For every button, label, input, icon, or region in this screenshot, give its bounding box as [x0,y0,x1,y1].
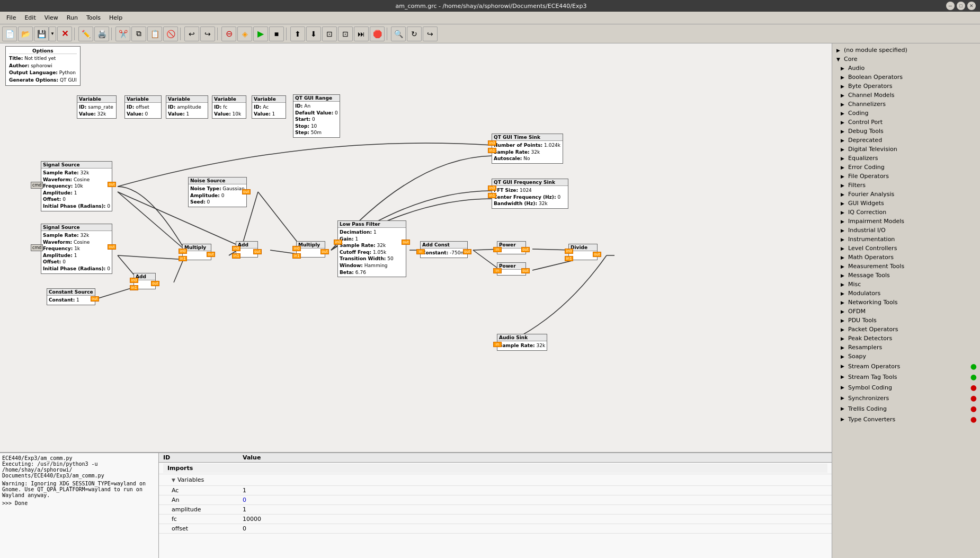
copy-button[interactable]: ⧉ [131,26,146,41]
menu-file[interactable]: File [2,13,20,22]
sidebar-item-math-operators[interactable]: Math Operators [832,253,980,262]
redirect-button[interactable]: ↪ [423,26,438,41]
sidebar-item-resamplers[interactable]: Resamplers [832,343,980,352]
sidebar-item-trellis-coding[interactable]: Trellis Coding ● [832,403,980,414]
cut-button[interactable]: ✂️ [115,26,130,41]
block-signal-source-1[interactable]: cmd Signal Source Sample Rate: 32k Wavef… [41,161,112,211]
new-button[interactable]: 📄 [2,26,17,41]
audio-sink-in[interactable]: in [493,342,502,347]
block-noise-source[interactable]: Noise Source Noise Type: Gaussian Amplit… [188,177,247,207]
sidebar-item-soapy[interactable]: Soapy [832,352,980,361]
freq-sink-in0[interactable]: in0 [488,185,496,191]
delete-button[interactable]: 🚫 [163,26,178,41]
block-multiply-2[interactable]: Multiply in0 in1 out [296,241,325,258]
noise-source-out[interactable]: out [242,189,251,194]
bypass-button[interactable]: ◈ [237,26,252,41]
sidebar-item-error-coding[interactable]: Error Coding [832,163,980,172]
undo-button[interactable]: ↩ [184,26,199,41]
sidebar-item-file-operators[interactable]: File Operators [832,172,980,181]
block-divide[interactable]: Divide in0 in1 out [568,244,598,260]
block-add-2[interactable]: Add in0 in1 out [133,273,156,289]
sidebar-item-modulators[interactable]: Modulators [832,289,980,298]
sidebar-item-symbol-coding[interactable]: Symbol Coding ● [832,382,980,393]
block-signal-source-2[interactable]: cmd Signal Source Sample Rate: 32k Wavef… [41,224,112,274]
sidebar-item-stream-tag-tools[interactable]: Stream Tag Tools ● [832,371,980,382]
sidebar-item-control-port[interactable]: Control Port [832,118,980,127]
multiply-1-out[interactable]: out [207,252,215,257]
block-var-Ac[interactable]: Variable ID: Ac Value: 1 [252,95,286,119]
add-const-in[interactable]: in [416,249,425,254]
sidebar-item-channel-models[interactable]: Channel Models [832,91,980,100]
block-multiply-1[interactable]: Multiply in0 in1 out [182,244,211,260]
close-button[interactable]: ✕ [967,2,976,10]
sidebar-item-filters[interactable]: Filters [832,181,980,190]
kill-button[interactable]: ✕ [57,26,72,41]
sidebar-item-measurement-tools[interactable]: Measurement Tools [832,262,980,271]
multiply-2-out[interactable]: out [320,249,329,254]
add-const-out[interactable]: out [463,249,471,254]
sidebar-item-misc[interactable]: Misc [832,280,980,289]
sidebar-item-impairment-models[interactable]: Impairment Models [832,217,980,226]
block-var-fc[interactable]: Variable ID: fc Value: 10k [212,95,246,119]
multiply-1-in1[interactable]: in1 [179,256,187,261]
multiply-1-in0[interactable]: in0 [179,249,187,254]
menu-help[interactable]: Help [105,13,127,22]
sidebar-item-boolean-operators[interactable]: Boolean Operators [832,73,980,82]
sidebar-item-channelizers[interactable]: Channelizers [832,100,980,109]
sidebar-item-pdu-tools[interactable]: PDU Tools [832,316,980,325]
redo-button[interactable]: ↪ [200,26,215,41]
block-var-samp-rate[interactable]: Variable ID: samp_rate Value: 32k [77,95,117,119]
block-var-amplitude[interactable]: Variable ID: amplitude Value: 1 [166,95,208,119]
sidebar-item-equalizers[interactable]: Equalizers [832,154,980,163]
print-button[interactable]: 🖨️ [94,26,109,41]
down-block-button[interactable]: ⬇ [306,26,321,41]
sidebar-item-instrumentation[interactable]: Instrumentation [832,235,980,244]
disable-button[interactable]: ⊖ [221,26,236,41]
refresh-button[interactable]: ↻ [407,26,422,41]
block-audio-sink[interactable]: Audio Sink Sample Rate: 32k in [497,334,547,351]
block-power-1[interactable]: Power in out [497,241,526,254]
multiply-2-in1[interactable]: in1 [292,253,301,259]
block-var-offset[interactable]: Variable ID: offset Value: 0 [124,95,162,119]
block-qt-gui-time-sink[interactable]: QT GUI Time Sink Number of Points: 1.024… [492,134,563,164]
kill2-button[interactable]: 🛑 [370,26,385,41]
menu-view[interactable]: View [40,13,63,22]
block-add-const[interactable]: Add Const Constant: -750m in out [420,241,468,258]
sidebar-item-deprecated[interactable]: Deprecated [832,136,980,145]
block-add-1[interactable]: Add in0 in1 out [236,241,258,258]
var-row-offset[interactable]: offset 0 [159,524,832,534]
open-button[interactable]: 📂 [18,26,33,41]
multiply-2-in0[interactable]: in0 [292,246,301,251]
up-block-button[interactable]: ⬆ [290,26,305,41]
add-1-in0[interactable]: in0 [232,246,240,251]
sidebar-item-type-converters[interactable]: Type Converters ● [832,414,980,424]
time-sink-in0[interactable]: in0 [488,140,496,146]
sidebar-item-networking-tools[interactable]: Networking Tools [832,298,980,307]
var-row-amplitude[interactable]: amplitude 1 [159,505,832,515]
block-low-pass-filter[interactable]: Low Pass Filter Decimation: 1 Gain: 1 Sa… [337,220,406,277]
properties-button[interactable]: ✏️ [78,26,93,41]
sidebar-core[interactable]: Core [832,55,980,64]
signal-source-1-out[interactable]: out [108,182,116,187]
freq-sink-in1[interactable]: in1 [488,193,496,198]
menu-tools[interactable]: Tools [82,13,105,22]
sidebar-item-peak-detectors[interactable]: Peak Detectors [832,334,980,343]
sidebar-item-gui-widgets[interactable]: GUI Widgets [832,199,980,208]
sidebar-item-industrial-io[interactable]: Industrial I/O [832,226,980,235]
align-left-button[interactable]: ⊡ [322,26,337,41]
sidebar-item-iq-correction[interactable]: IQ Correction [832,208,980,217]
find-button[interactable]: 🔍 [391,26,406,41]
minimize-button[interactable]: ─ [946,2,955,10]
power-2-out[interactable]: out [521,268,530,273]
lpf-out[interactable]: out [402,240,410,245]
sidebar-item-digital-television[interactable]: Digital Television [832,145,980,154]
save-dropdown[interactable]: ▼ [49,26,56,41]
sidebar-item-message-tools[interactable]: Message Tools [832,271,980,280]
run-button[interactable]: ▶ [253,26,268,41]
sidebar-item-level-controllers[interactable]: Level Controllers [832,244,980,253]
grc-canvas[interactable]: Options Title: Not titled yet Author: sp… [0,43,832,452]
var-row-An[interactable]: An 0 [159,495,832,505]
block-power-2[interactable]: Power in out [497,262,526,276]
sidebar-item-coding[interactable]: Coding [832,109,980,118]
align-right-button[interactable]: ⊡ [338,26,353,41]
